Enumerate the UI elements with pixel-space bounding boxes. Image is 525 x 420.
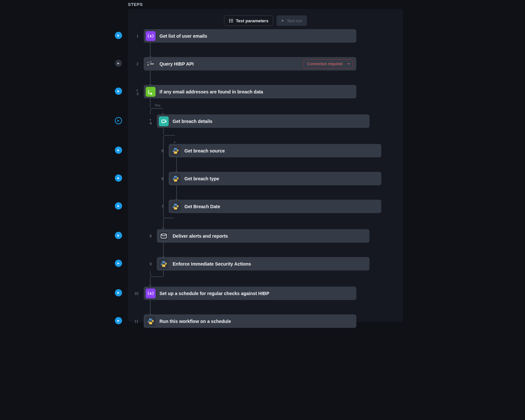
caret-down-icon: ▾ bbox=[150, 118, 151, 121]
step-card-3[interactable]: ▾3 If any email addresses are found in b… bbox=[144, 85, 356, 98]
step-label: Get breach type bbox=[184, 176, 219, 181]
step-label: Deliver alerts and reports bbox=[173, 233, 228, 239]
branch-yes-label: Yes bbox=[153, 103, 162, 107]
svg-point-22 bbox=[150, 319, 150, 319]
step-number: 6 bbox=[161, 177, 163, 181]
test-parameters-button[interactable]: Test parameters bbox=[224, 15, 273, 26]
run-step-3-button[interactable] bbox=[115, 88, 122, 95]
svg-rect-9 bbox=[150, 64, 154, 64]
step-number: 10 bbox=[135, 291, 138, 295]
step-number: 11 bbox=[135, 319, 138, 323]
run-step-6-button[interactable] bbox=[115, 174, 122, 182]
loop-icon bbox=[159, 116, 169, 126]
step-number: 8 bbox=[150, 234, 152, 238]
run-step-10-button[interactable] bbox=[115, 289, 122, 296]
hibp-icon bbox=[146, 59, 156, 69]
step-number: 1 bbox=[136, 34, 138, 38]
step-number: 2 bbox=[136, 62, 138, 66]
variable-icon: (x) bbox=[146, 289, 156, 298]
workflow-panel: Test parameters Test run bbox=[128, 9, 403, 322]
svg-text:(x): (x) bbox=[147, 291, 154, 296]
svg-point-13 bbox=[176, 152, 177, 153]
caret-down-icon: ▾ bbox=[136, 89, 138, 92]
svg-point-14 bbox=[175, 176, 175, 177]
step-label: Get list of user emails bbox=[159, 33, 207, 39]
svg-point-23 bbox=[151, 323, 152, 324]
step-label: If any email addresses are found in brea… bbox=[159, 89, 263, 94]
run-step-9-button[interactable] bbox=[115, 260, 122, 267]
step-card-8[interactable]: 8 Deliver alerts and reports bbox=[157, 229, 369, 243]
svg-point-7 bbox=[148, 62, 148, 63]
chevron-down-icon: ▾ bbox=[348, 62, 349, 66]
svg-text:(x): (x) bbox=[147, 34, 154, 38]
svg-point-0 bbox=[229, 19, 230, 20]
python-icon bbox=[171, 174, 180, 184]
list-icon bbox=[229, 19, 234, 23]
svg-point-20 bbox=[164, 266, 165, 266]
python-icon bbox=[159, 259, 169, 269]
run-step-4-button[interactable] bbox=[115, 117, 122, 124]
svg-point-19 bbox=[163, 261, 163, 262]
branch-icon bbox=[146, 87, 156, 97]
run-step-11-button[interactable] bbox=[115, 317, 122, 324]
test-run-label: Test run bbox=[287, 18, 302, 23]
step-card-10[interactable]: 10 (x) Set up a schedule for regular che… bbox=[144, 287, 356, 300]
test-run-button[interactable]: Test run bbox=[277, 15, 307, 26]
variable-icon: (x) bbox=[146, 31, 156, 41]
step-label: Enforce Immediate Security Actions bbox=[173, 261, 251, 267]
svg-point-10 bbox=[150, 62, 150, 62]
step-label: Set up a schedule for regular checks aga… bbox=[159, 291, 269, 296]
step-label: Get Breach Date bbox=[184, 204, 220, 209]
step-label: Get breach source bbox=[184, 148, 225, 153]
step-card-1[interactable]: 1 (x) Get list of user emails bbox=[144, 29, 356, 43]
step-card-5[interactable]: 5 Get breach source bbox=[169, 144, 381, 157]
run-step-5-button[interactable] bbox=[115, 147, 122, 154]
svg-point-15 bbox=[176, 180, 177, 181]
svg-point-12 bbox=[175, 148, 175, 149]
step-number: ▾4 bbox=[150, 117, 152, 125]
svg-point-11 bbox=[151, 62, 152, 62]
run-step-2-button[interactable] bbox=[115, 60, 122, 67]
svg-point-17 bbox=[176, 208, 177, 209]
step-label: Run this workflow on a schedule bbox=[159, 319, 231, 324]
run-step-1-button[interactable] bbox=[115, 32, 122, 39]
step-card-6[interactable]: 6 Get breach type bbox=[169, 172, 381, 185]
step-number: 5 bbox=[161, 149, 163, 153]
svg-point-2 bbox=[229, 20, 230, 21]
step-card-2[interactable]: 2 Query HIBP API Connection required ▾ bbox=[144, 57, 356, 70]
mail-icon bbox=[159, 231, 169, 241]
step-number: ▾3 bbox=[136, 88, 138, 96]
step-card-7[interactable]: 7 Get Breach Date bbox=[169, 200, 381, 213]
svg-point-16 bbox=[175, 204, 175, 205]
play-icon bbox=[282, 19, 284, 22]
run-step-7-button[interactable] bbox=[115, 202, 122, 210]
steps-heading: STEPS bbox=[128, 2, 472, 7]
python-icon bbox=[171, 202, 180, 211]
run-step-8-button[interactable] bbox=[115, 232, 122, 239]
svg-point-4 bbox=[229, 22, 230, 22]
connection-required-badge[interactable]: Connection required ▾ bbox=[304, 59, 353, 69]
test-parameters-label: Test parameters bbox=[236, 18, 268, 23]
step-number: 9 bbox=[150, 262, 152, 266]
connection-required-text: Connection required bbox=[307, 62, 343, 66]
step-card-11[interactable]: 11 Run this workflow on a schedule bbox=[144, 314, 356, 328]
step-label: Get breach details bbox=[173, 119, 212, 124]
step-card-4[interactable]: ▾4 Get breach details bbox=[157, 114, 369, 128]
step-card-9[interactable]: 9 Enforce Immediate Security Actions bbox=[157, 257, 369, 270]
step-label: Query HIBP API bbox=[159, 61, 194, 67]
python-icon bbox=[146, 316, 156, 326]
step-number: 7 bbox=[161, 205, 163, 209]
svg-rect-8 bbox=[147, 65, 149, 65]
python-icon bbox=[171, 146, 180, 156]
